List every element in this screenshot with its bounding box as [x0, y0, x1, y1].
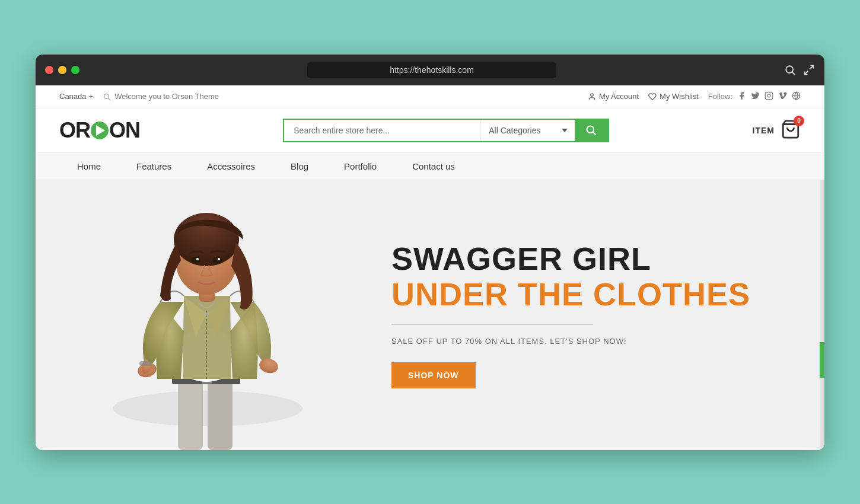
fashion-figure-svg	[101, 183, 314, 450]
svg-point-6	[591, 93, 594, 96]
hero-banner: SWAGGER GIRL UNDER THE CLOTHES SALE OFF …	[36, 180, 824, 450]
follow-label: Follow:	[708, 92, 732, 101]
vimeo-icon[interactable]	[778, 91, 787, 102]
hero-description: SALE OFF UP TO 70% ON ALL ITEMS. LET'S S…	[391, 337, 777, 346]
browser-window: Canada + Welcome you to Orson Theme My A…	[36, 55, 824, 450]
top-bar-right: My Account My Wishlist Follow:	[588, 91, 801, 102]
instagram-icon[interactable]	[765, 91, 773, 102]
svg-point-27	[196, 258, 199, 260]
account-icon	[588, 92, 596, 101]
hero-title-sub: UNDER THE CLOTHES	[391, 277, 777, 312]
logo-play-triangle	[96, 125, 105, 136]
hero-title-main: SWAGGER GIRL	[391, 241, 777, 276]
welcome-message: Welcome you to Orson Theme	[114, 92, 219, 101]
cart-icon-wrapper: 0	[781, 119, 801, 142]
top-bar: Canada + Welcome you to Orson Theme My A…	[36, 85, 824, 109]
heart-icon	[648, 92, 657, 101]
welcome-text: Welcome you to Orson Theme	[103, 92, 219, 101]
url-input[interactable]	[307, 62, 556, 78]
cart-label: ITEM	[753, 126, 775, 135]
globe-icon[interactable]	[792, 91, 801, 102]
my-wishlist-label: My Wishlist	[660, 92, 699, 101]
search-small-icon	[103, 92, 111, 101]
hero-content: SWAGGER GIRL UNDER THE CLOTHES SALE OFF …	[344, 218, 824, 412]
country-plus: +	[89, 92, 94, 101]
browser-titlebar	[36, 55, 824, 85]
facebook-icon[interactable]	[737, 91, 746, 102]
scrollbar-thumb[interactable]	[820, 342, 824, 378]
logo-text-or: OR	[59, 118, 90, 143]
svg-point-29	[183, 266, 197, 276]
svg-point-30	[216, 266, 230, 276]
cart-badge: 0	[794, 116, 804, 126]
search-browser-icon[interactable]	[784, 64, 796, 76]
website-content: Canada + Welcome you to Orson Theme My A…	[36, 85, 824, 450]
navigation-bar: Home Features Accessoires Blog Portfolio…	[36, 153, 824, 180]
svg-rect-7	[765, 92, 773, 100]
hero-image-area	[71, 180, 344, 450]
country-selector[interactable]: Canada +	[59, 92, 93, 101]
svg-rect-14	[208, 379, 232, 450]
traffic-lights	[45, 66, 79, 74]
svg-point-4	[104, 94, 109, 98]
logo-text-son: ON	[109, 118, 140, 143]
url-bar-area	[87, 62, 777, 78]
svg-point-0	[786, 66, 793, 73]
my-account-link[interactable]: My Account	[588, 92, 639, 101]
svg-point-21	[257, 356, 279, 375]
svg-point-26	[212, 257, 222, 264]
minimize-button[interactable]	[58, 66, 66, 74]
nav-item-blog[interactable]: Blog	[273, 153, 326, 180]
nav-item-portfolio[interactable]: Portfolio	[326, 153, 394, 180]
nav-item-features[interactable]: Features	[119, 153, 189, 180]
close-button[interactable]	[45, 66, 53, 74]
nav-list: Home Features Accessoires Blog Portfolio…	[59, 153, 801, 180]
svg-line-1	[792, 72, 795, 75]
twitter-icon[interactable]	[751, 91, 760, 102]
scrollbar-track[interactable]	[820, 180, 824, 450]
search-button[interactable]	[575, 120, 608, 141]
svg-point-25	[191, 257, 200, 264]
country-label: Canada	[59, 92, 87, 101]
nav-item-contact[interactable]: Contact us	[394, 153, 473, 180]
category-select[interactable]: All Categories Electronics Clothing Acce…	[480, 120, 575, 141]
top-bar-left: Canada + Welcome you to Orson Theme	[59, 92, 219, 101]
search-input[interactable]	[284, 120, 480, 141]
shop-now-button[interactable]: SHOP NOW	[391, 362, 476, 388]
maximize-button[interactable]	[71, 66, 79, 74]
svg-rect-13	[178, 379, 203, 450]
my-account-label: My Account	[599, 92, 639, 101]
browser-actions	[784, 64, 815, 76]
my-wishlist-link[interactable]: My Wishlist	[648, 92, 699, 101]
logo-play-icon	[91, 122, 109, 139]
search-bar: All Categories Electronics Clothing Acce…	[283, 119, 609, 142]
hero-divider	[391, 324, 593, 325]
cart-section[interactable]: ITEM 0	[753, 119, 801, 142]
svg-rect-32	[139, 361, 152, 366]
fullscreen-icon[interactable]	[803, 64, 815, 76]
site-header: OR ON All Categories Electronics Clothin…	[36, 109, 824, 153]
site-logo[interactable]: OR ON	[59, 118, 140, 143]
nav-item-home[interactable]: Home	[59, 153, 119, 180]
svg-point-28	[218, 258, 220, 260]
svg-line-5	[109, 98, 110, 100]
follow-section: Follow:	[708, 91, 801, 102]
nav-item-accessoires[interactable]: Accessoires	[189, 153, 273, 180]
